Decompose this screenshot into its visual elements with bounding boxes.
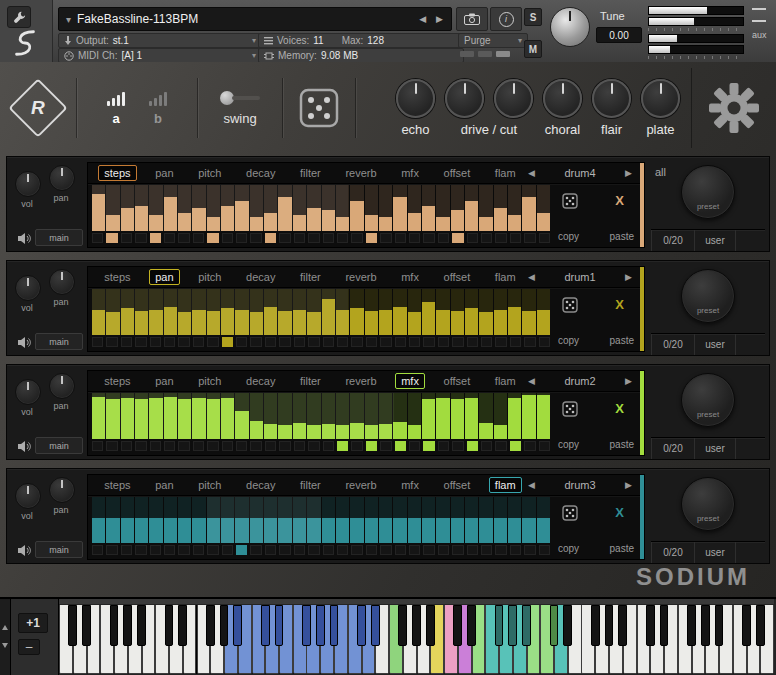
pan-knob[interactable] — [49, 165, 75, 191]
substep-cell[interactable] — [539, 233, 550, 243]
tab-mfx[interactable]: mfx — [395, 269, 425, 285]
substep-cell[interactable] — [222, 233, 233, 243]
substep-cell[interactable] — [92, 233, 103, 243]
step-bar[interactable] — [451, 185, 464, 231]
step-bar[interactable] — [451, 393, 464, 439]
substep-cell[interactable] — [193, 337, 204, 347]
substep-cell[interactable] — [150, 545, 161, 555]
piano-key-black[interactable] — [137, 605, 146, 646]
step-bar[interactable] — [393, 289, 406, 335]
user-bank-button[interactable]: user — [695, 230, 736, 251]
substep-cell[interactable] — [207, 441, 218, 451]
substep-cell[interactable] — [438, 545, 449, 555]
step-bar[interactable] — [508, 497, 521, 543]
piano-key-black[interactable] — [605, 605, 614, 646]
substep-cell[interactable] — [135, 441, 146, 451]
substep-cell[interactable] — [380, 441, 391, 451]
step-bar[interactable] — [537, 497, 550, 543]
substep-cell[interactable] — [524, 337, 535, 347]
substep-cell[interactable] — [323, 545, 334, 555]
tab-offset[interactable]: offset — [438, 477, 477, 493]
tab-pan[interactable]: pan — [149, 165, 179, 181]
piano-key-black[interactable] — [426, 605, 435, 646]
step-bar[interactable] — [106, 289, 119, 335]
substep-cell[interactable] — [308, 545, 319, 555]
piano-key-black[interactable] — [412, 605, 421, 646]
step-bar[interactable] — [422, 185, 435, 231]
substep-cell[interactable] — [380, 545, 391, 555]
step-bar[interactable] — [293, 185, 306, 231]
pan-knob[interactable] — [49, 477, 75, 503]
paste-button[interactable]: paste — [610, 543, 634, 554]
substep-cell[interactable] — [236, 545, 247, 555]
purge-menu[interactable]: Purge ▾ — [458, 33, 528, 48]
step-bar[interactable] — [92, 185, 105, 231]
substep-cell[interactable] — [150, 441, 161, 451]
step-bar[interactable] — [365, 393, 378, 439]
step-bar[interactable] — [92, 497, 105, 543]
substep-cell[interactable] — [495, 233, 506, 243]
piano-key-black[interactable] — [233, 605, 242, 646]
substep-cell[interactable] — [308, 441, 319, 451]
step-bar[interactable] — [293, 393, 306, 439]
piano-key-black[interactable] — [110, 605, 119, 646]
solo-button[interactable]: S — [524, 8, 542, 26]
substep-cell[interactable] — [222, 545, 233, 555]
tab-flam[interactable]: flam — [489, 373, 522, 389]
step-bar[interactable] — [322, 185, 335, 231]
substep-cell[interactable] — [495, 545, 506, 555]
piano-key-black[interactable] — [563, 605, 572, 646]
substep-cell[interactable] — [481, 233, 492, 243]
step-bar[interactable] — [336, 393, 349, 439]
tab-filter[interactable]: filter — [294, 165, 327, 181]
step-bar[interactable] — [121, 497, 134, 543]
paste-button[interactable]: paste — [610, 439, 634, 450]
global-randomize-button[interactable] — [283, 87, 355, 129]
step-bar[interactable] — [92, 289, 105, 335]
piano-key-black[interactable] — [165, 605, 174, 646]
substep-cell[interactable] — [178, 337, 189, 347]
substep-cell[interactable] — [481, 545, 492, 555]
speaker-icon[interactable] — [17, 543, 31, 561]
volume-knob[interactable] — [15, 275, 41, 301]
step-bar[interactable] — [221, 289, 234, 335]
tune-knob[interactable] — [550, 7, 590, 47]
tab-flam[interactable]: flam — [489, 165, 522, 181]
tab-steps[interactable]: steps — [98, 373, 136, 389]
substep-cell[interactable] — [495, 337, 506, 347]
step-bar[interactable] — [264, 185, 277, 231]
snapshot-camera-button[interactable] — [456, 7, 488, 31]
step-bar[interactable] — [92, 393, 105, 439]
user-bank-button[interactable]: user — [695, 334, 736, 355]
step-bar[interactable] — [422, 393, 435, 439]
substep-cell[interactable] — [92, 441, 103, 451]
step-bar[interactable] — [393, 497, 406, 543]
scroll-up-icon[interactable] — [2, 625, 8, 630]
substep-cell[interactable] — [279, 441, 290, 451]
piano-key-black[interactable] — [178, 605, 187, 646]
clear-row-button[interactable]: X — [615, 297, 624, 312]
step-bar[interactable] — [250, 393, 263, 439]
step-bar[interactable] — [235, 185, 248, 231]
tab-pan[interactable]: pan — [149, 373, 179, 389]
substep-cell[interactable] — [164, 441, 175, 451]
step-bar[interactable] — [494, 289, 507, 335]
flair-knob[interactable] — [592, 79, 631, 118]
step-bar[interactable] — [278, 393, 291, 439]
step-bar[interactable] — [250, 185, 263, 231]
substep-cell[interactable] — [539, 545, 550, 555]
tab-mfx[interactable]: mfx — [395, 477, 425, 493]
substep-cell[interactable] — [423, 233, 434, 243]
octave-down-button[interactable]: – — [18, 639, 40, 655]
step-bar[interactable] — [522, 289, 535, 335]
substep-cell[interactable] — [366, 233, 377, 243]
piano-key-black[interactable] — [701, 605, 710, 646]
step-bar[interactable] — [264, 497, 277, 543]
piano-key-black[interactable] — [330, 605, 339, 646]
user-bank-button[interactable]: user — [695, 438, 736, 459]
step-bar[interactable] — [307, 185, 320, 231]
substep-cell[interactable] — [308, 337, 319, 347]
step-bar[interactable] — [350, 393, 363, 439]
substep-cell[interactable] — [106, 441, 117, 451]
substep-cell[interactable] — [395, 233, 406, 243]
